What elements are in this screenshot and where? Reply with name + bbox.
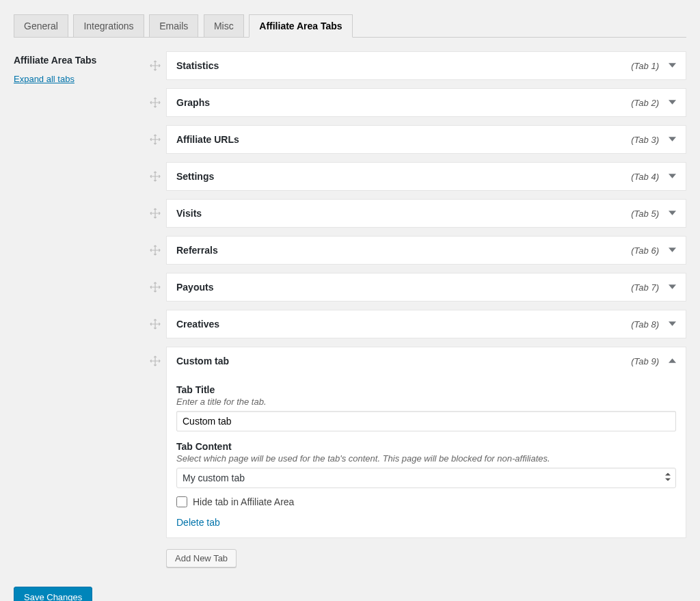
add-new-tab-button[interactable]: Add New Tab <box>166 549 237 567</box>
tab-card: Payouts (Tab 7) <box>166 273 686 302</box>
tab-card: Statistics (Tab 1) <box>166 51 686 80</box>
tab-card: Referrals (Tab 6) <box>166 236 686 265</box>
tab-card: Settings (Tab 4) <box>166 162 686 191</box>
drag-handle-icon[interactable] <box>147 347 163 538</box>
chevron-down-icon <box>669 172 676 182</box>
tab-toggle[interactable]: Referrals (Tab 6) <box>167 237 686 264</box>
delete-tab-link[interactable]: Delete tab <box>176 517 220 528</box>
drag-handle-icon[interactable] <box>147 162 163 191</box>
tabs-list: Statistics (Tab 1) Graphs (Tab 2) <box>147 51 686 567</box>
chevron-down-icon <box>669 209 676 219</box>
tab-number: (Tab 5) <box>631 209 659 219</box>
tab-number: (Tab 6) <box>631 245 659 256</box>
tab-title-help: Enter a title for the tab. <box>176 397 676 407</box>
sidebar-heading: Affiliate Area Tabs <box>14 55 147 66</box>
tab-title: Settings <box>176 171 631 182</box>
tab-body: Tab Title Enter a title for the tab. Tab… <box>167 384 686 537</box>
settings-tab-nav: General Integrations Emails Misc Affilia… <box>14 14 686 38</box>
tab-row: Creatives (Tab 8) <box>147 310 686 338</box>
tab-number: (Tab 3) <box>631 135 659 145</box>
drag-handle-icon[interactable] <box>147 236 163 265</box>
tab-row: Visits (Tab 5) <box>147 199 686 228</box>
tab-emails[interactable]: Emails <box>149 14 198 37</box>
chevron-down-icon <box>669 98 676 108</box>
tab-content-help: Select which page will be used for the t… <box>176 453 676 464</box>
save-changes-button[interactable]: Save Changes <box>14 587 92 601</box>
tab-title: Statistics <box>176 60 631 71</box>
drag-handle-icon[interactable] <box>147 88 163 117</box>
tab-misc[interactable]: Misc <box>204 14 244 37</box>
tab-card: Creatives (Tab 8) <box>166 310 686 338</box>
tab-toggle[interactable]: Creatives (Tab 8) <box>167 310 686 338</box>
tab-title: Payouts <box>176 282 631 293</box>
tab-number: (Tab 8) <box>631 319 659 330</box>
tab-row: Custom tab (Tab 9) Tab Title Enter a tit… <box>147 347 686 538</box>
tab-title: Referrals <box>176 245 631 256</box>
tab-number: (Tab 2) <box>631 98 659 108</box>
tab-content-select[interactable]: My custom tab <box>176 468 676 488</box>
tab-row: Referrals (Tab 6) <box>147 236 686 265</box>
hide-tab-label: Hide tab in Affiliate Area <box>193 496 294 507</box>
tab-content-label: Tab Content <box>176 441 676 452</box>
tab-card: Affiliate URLs (Tab 3) <box>166 125 686 154</box>
chevron-down-icon <box>669 245 676 256</box>
drag-handle-icon[interactable] <box>147 310 163 338</box>
tab-toggle[interactable]: Settings (Tab 4) <box>167 163 686 190</box>
tab-number: (Tab 9) <box>631 356 659 366</box>
drag-handle-icon[interactable] <box>147 273 163 302</box>
tab-card-expanded: Custom tab (Tab 9) Tab Title Enter a tit… <box>166 347 686 538</box>
tab-row: Affiliate URLs (Tab 3) <box>147 125 686 154</box>
tab-toggle[interactable]: Custom tab (Tab 9) <box>167 347 686 375</box>
tab-affiliate-area-tabs[interactable]: Affiliate Area Tabs <box>249 14 352 38</box>
tab-title: Custom tab <box>176 356 631 366</box>
tab-row: Payouts (Tab 7) <box>147 273 686 302</box>
tab-toggle[interactable]: Payouts (Tab 7) <box>167 273 686 301</box>
tab-general[interactable]: General <box>14 14 68 37</box>
expand-all-link[interactable]: Expand all tabs <box>14 74 75 84</box>
tab-title: Creatives <box>176 319 631 330</box>
tab-number: (Tab 7) <box>631 282 659 293</box>
tab-title: Graphs <box>176 97 631 108</box>
tab-number: (Tab 1) <box>631 61 659 71</box>
tab-integrations[interactable]: Integrations <box>73 14 144 37</box>
tab-row: Statistics (Tab 1) <box>147 51 686 80</box>
tab-title-label: Tab Title <box>176 384 676 395</box>
drag-handle-icon[interactable] <box>147 125 163 154</box>
drag-handle-icon[interactable] <box>147 199 163 228</box>
tab-card: Graphs (Tab 2) <box>166 88 686 117</box>
chevron-down-icon <box>669 61 676 71</box>
tab-number: (Tab 4) <box>631 172 659 182</box>
tab-card: Visits (Tab 5) <box>166 199 686 228</box>
chevron-down-icon <box>669 319 676 330</box>
chevron-down-icon <box>669 282 676 293</box>
hide-tab-checkbox[interactable] <box>176 496 187 507</box>
tab-row: Graphs (Tab 2) <box>147 88 686 117</box>
tab-row: Settings (Tab 4) <box>147 162 686 191</box>
tab-title-input[interactable] <box>176 411 676 431</box>
chevron-up-icon <box>669 356 676 366</box>
tab-title: Affiliate URLs <box>176 134 631 145</box>
tab-toggle[interactable]: Affiliate URLs (Tab 3) <box>167 126 686 153</box>
tab-toggle[interactable]: Visits (Tab 5) <box>167 200 686 227</box>
tab-toggle[interactable]: Graphs (Tab 2) <box>167 89 686 116</box>
sidebar: Affiliate Area Tabs Expand all tabs <box>14 51 147 567</box>
chevron-down-icon <box>669 135 676 145</box>
drag-handle-icon[interactable] <box>147 51 163 80</box>
tab-toggle[interactable]: Statistics (Tab 1) <box>167 52 686 79</box>
tab-title: Visits <box>176 208 631 219</box>
